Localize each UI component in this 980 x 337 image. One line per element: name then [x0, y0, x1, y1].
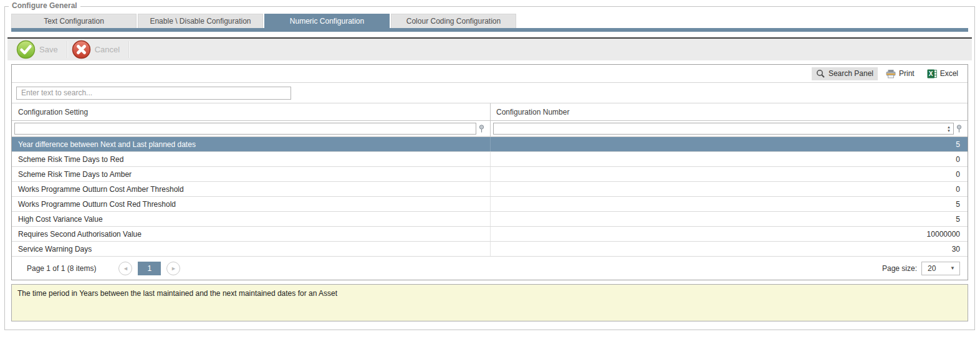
print-button[interactable]: Print	[882, 67, 919, 80]
toolbar: Save Cancel	[7, 37, 972, 60]
tab-colour-coding-configuration[interactable]: Colour Coding Configuration	[391, 14, 516, 28]
cell-configuration-number: 0	[491, 182, 968, 196]
search-panel-label: Search Panel	[829, 69, 873, 78]
cancel-label: Cancel	[95, 45, 120, 54]
next-page-icon: ►	[171, 265, 176, 272]
tab-label: Enable \ Disable Configuration	[150, 17, 251, 26]
tab-text-configuration[interactable]: Text Configuration	[11, 14, 137, 28]
tab-strip: Text ConfigurationEnable \ Disable Confi…	[11, 14, 968, 28]
cell-configuration-number: 10000000	[491, 227, 968, 241]
svg-text:X: X	[929, 70, 933, 77]
cell-configuration-setting: High Cost Variance Value	[12, 212, 491, 226]
prev-page-icon: ◄	[123, 265, 128, 272]
setting-description: The time period in Years between the las…	[11, 284, 968, 321]
tab-numeric-configuration[interactable]: Numeric Configuration	[264, 14, 390, 28]
filter-row: ▲ ▼	[12, 121, 968, 137]
table-body: Year difference between Next and Last pl…	[12, 137, 968, 257]
tab-label: Numeric Configuration	[290, 17, 364, 26]
cell-configuration-setting: Scheme Risk Time Days to Amber	[12, 167, 491, 181]
save-icon	[16, 40, 36, 59]
filter-input-configuration-setting[interactable]	[15, 123, 476, 134]
cell-configuration-number: 5	[491, 212, 968, 226]
spin-down-icon[interactable]: ▼	[947, 129, 951, 133]
pager: Page 1 of 1 (8 items) ◄ 1 ► Page size: 2…	[12, 257, 968, 280]
search-panel-button[interactable]: Search Panel	[812, 67, 878, 80]
column-header-configuration-setting[interactable]: Configuration Setting	[12, 103, 491, 120]
cell-configuration-number: 30	[491, 242, 968, 256]
config-grid: Search Panel Print	[11, 64, 968, 280]
table-row[interactable]: High Cost Variance Value 5	[12, 212, 968, 227]
grid-toolbar: Search Panel Print	[12, 65, 968, 83]
pager-summary: Page 1 of 1 (8 items)	[27, 264, 96, 273]
cell-configuration-setting: Works Programme Outturn Cost Amber Thres…	[12, 182, 491, 196]
filter-input-configuration-number[interactable]	[494, 123, 944, 134]
tab-underline	[11, 28, 968, 32]
save-label: Save	[39, 45, 58, 54]
filter-icon[interactable]	[478, 125, 488, 133]
pager-prev-button[interactable]: ◄	[118, 262, 132, 275]
cell-configuration-setting: Service Warning Days	[12, 242, 491, 256]
configure-general-group: Configure General Text ConfigurationEnab…	[4, 6, 975, 330]
column-header-row: Configuration Setting Configuration Numb…	[12, 103, 968, 121]
page-size-dropdown[interactable]: 20 ▼	[921, 262, 960, 275]
tab-enable-disable-configuration[interactable]: Enable \ Disable Configuration	[138, 14, 263, 28]
tab-label: Colour Coding Configuration	[406, 17, 501, 26]
print-icon	[886, 69, 896, 78]
search-icon	[816, 69, 825, 78]
table-row[interactable]: Requires Second Authorisation Value 1000…	[12, 227, 968, 242]
table-row[interactable]: Scheme Risk Time Days to Amber 0	[12, 167, 968, 182]
page-size-label: Page size:	[882, 264, 917, 273]
cell-configuration-setting: Year difference between Next and Last pl…	[12, 137, 491, 151]
group-title: Configure General	[9, 1, 80, 10]
cancel-icon	[72, 40, 91, 59]
chevron-down-icon: ▼	[950, 265, 955, 271]
cell-configuration-number: 5	[491, 137, 968, 151]
table-row[interactable]: Year difference between Next and Last pl…	[12, 137, 968, 152]
table-row[interactable]: Works Programme Outturn Cost Red Thresho…	[12, 197, 968, 212]
toolbar-separator	[128, 41, 130, 58]
pager-next-button[interactable]: ►	[166, 262, 180, 275]
pager-page-1-button[interactable]: 1	[138, 262, 161, 275]
cancel-button[interactable]: Cancel	[68, 39, 128, 60]
table-row[interactable]: Works Programme Outturn Cost Amber Thres…	[12, 182, 968, 197]
page-size-value: 20	[928, 264, 950, 273]
print-label: Print	[899, 69, 915, 78]
excel-label: Excel	[940, 69, 958, 78]
cell-configuration-number: 0	[491, 167, 968, 181]
excel-icon: X	[927, 69, 937, 78]
column-header-configuration-number[interactable]: Configuration Number	[491, 103, 968, 120]
search-input[interactable]	[16, 87, 291, 100]
search-row	[12, 83, 968, 103]
save-button[interactable]: Save	[12, 39, 67, 60]
cell-configuration-setting: Works Programme Outturn Cost Red Thresho…	[12, 197, 491, 211]
table-row[interactable]: Scheme Risk Time Days to Red 0	[12, 152, 968, 167]
table-row[interactable]: Service Warning Days 30	[12, 242, 968, 257]
tab-label: Text Configuration	[44, 17, 104, 26]
cell-configuration-setting: Scheme Risk Time Days to Red	[12, 152, 491, 166]
filter-number-spinner: ▲ ▼	[944, 125, 953, 133]
cell-configuration-number: 0	[491, 152, 968, 166]
filter-icon[interactable]	[956, 125, 965, 133]
cell-configuration-setting: Requires Second Authorisation Value	[12, 227, 491, 241]
excel-button[interactable]: X Excel	[923, 67, 963, 80]
cell-configuration-number: 5	[491, 197, 968, 211]
